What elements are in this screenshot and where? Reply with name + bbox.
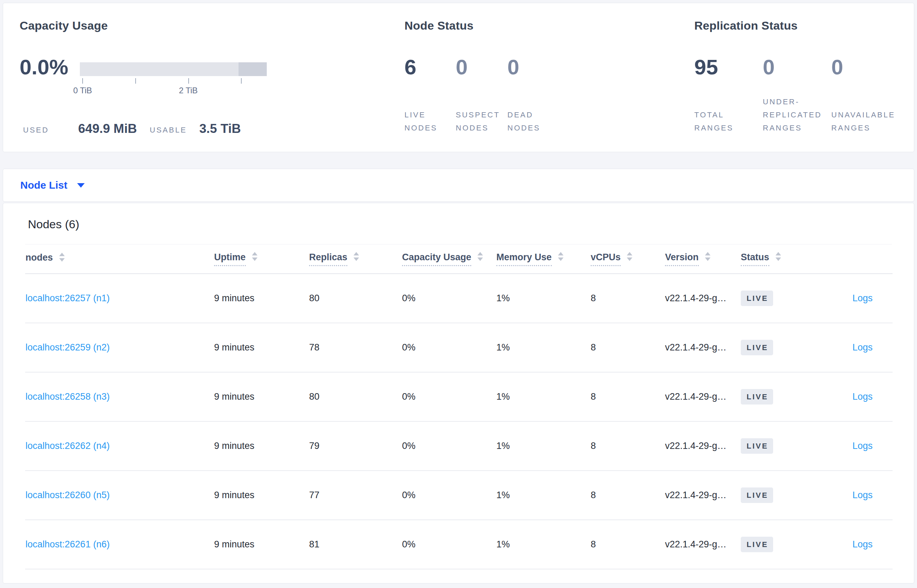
capacity-cell: 0% bbox=[402, 520, 496, 569]
uptime-cell: 9 minutes bbox=[214, 520, 309, 569]
version-cell: v22.1.4-29-g… bbox=[665, 274, 740, 323]
usable-label: USABLE bbox=[150, 126, 187, 135]
header-logs bbox=[813, 244, 893, 274]
capacity-bar-dark-segment bbox=[239, 62, 267, 76]
node-list-dropdown-label: Node List bbox=[20, 179, 68, 191]
unavailable-label: UNAVAILABLE RANGES bbox=[831, 108, 905, 135]
node-link[interactable]: localhost:26259 (n2) bbox=[26, 342, 110, 352]
replicas-cell: 80 bbox=[309, 274, 402, 323]
replicas-cell: 79 bbox=[309, 422, 402, 471]
vcpus-cell: 8 bbox=[590, 471, 665, 520]
memory-cell: 1% bbox=[496, 274, 590, 323]
table-row: localhost:26259 (n2) 9 minutes 78 0% 1% … bbox=[25, 323, 893, 372]
node-link[interactable]: localhost:26261 (n6) bbox=[26, 539, 110, 549]
logs-link[interactable]: Logs bbox=[852, 539, 873, 549]
nodes-table-title: Nodes (6) bbox=[25, 203, 892, 244]
live-nodes-count: 6 bbox=[404, 55, 416, 79]
header-uptime[interactable]: Uptime bbox=[214, 244, 309, 274]
capacity-usage-title: Capacity Usage bbox=[19, 19, 108, 32]
replicas-cell: 77 bbox=[309, 471, 402, 520]
header-vcpus[interactable]: vCPUs bbox=[590, 244, 665, 274]
node-link[interactable]: localhost:26260 (n5) bbox=[26, 490, 110, 500]
sort-arrows-icon bbox=[705, 252, 710, 261]
uptime-cell: 9 minutes bbox=[214, 372, 309, 422]
header-replicas[interactable]: Replicas bbox=[309, 244, 402, 274]
node-link[interactable]: localhost:26258 (n3) bbox=[26, 391, 110, 402]
header-capacity-usage[interactable]: Capacity Usage bbox=[402, 244, 496, 274]
version-cell: v22.1.4-29-g… bbox=[665, 471, 740, 520]
total-ranges-count: 95 bbox=[694, 55, 718, 79]
table-row: localhost:26260 (n5) 9 minutes 77 0% 1% … bbox=[25, 471, 893, 520]
under-replicated-count: 0 bbox=[763, 55, 775, 79]
version-cell: v22.1.4-29-g… bbox=[665, 323, 740, 372]
status-badge: LIVE bbox=[741, 438, 773, 454]
dead-nodes-label: DEAD NODES bbox=[507, 108, 555, 135]
axis-tick bbox=[135, 78, 136, 84]
sort-arrows-icon bbox=[558, 252, 563, 261]
logs-link[interactable]: Logs bbox=[852, 441, 873, 451]
memory-cell: 1% bbox=[496, 520, 590, 569]
status-badge: LIVE bbox=[741, 291, 773, 306]
suspect-nodes-count: 0 bbox=[456, 55, 467, 79]
capacity-cell: 0% bbox=[402, 372, 496, 422]
replicas-cell: 78 bbox=[309, 323, 402, 372]
table-row: localhost:26258 (n3) 9 minutes 80 0% 1% … bbox=[25, 372, 893, 422]
capacity-cell: 0% bbox=[402, 471, 496, 520]
table-row: localhost:26261 (n6) 9 minutes 81 0% 1% … bbox=[25, 520, 893, 569]
uptime-cell: 9 minutes bbox=[214, 422, 309, 471]
logs-link[interactable]: Logs bbox=[852, 293, 873, 303]
capacity-cell: 0% bbox=[402, 422, 496, 471]
used-value: 649.9 MiB bbox=[78, 121, 137, 136]
live-nodes-label: LIVE NODES bbox=[404, 108, 453, 135]
node-list-dropdown[interactable]: Node List bbox=[20, 169, 85, 201]
status-badge: LIVE bbox=[741, 389, 773, 404]
cluster-overview-card: Capacity Usage 0.0% 0 TiB 2 TiB USED 649… bbox=[3, 3, 914, 152]
header-version[interactable]: Version bbox=[665, 244, 740, 274]
capacity-cell: 0% bbox=[402, 274, 496, 323]
logs-link[interactable]: Logs bbox=[852, 342, 873, 352]
suspect-nodes-label: SUSPECT NODES bbox=[456, 108, 506, 135]
chevron-down-icon bbox=[77, 183, 85, 187]
memory-cell: 1% bbox=[496, 422, 590, 471]
header-memory-use[interactable]: Memory Use bbox=[496, 244, 590, 274]
logs-link[interactable]: Logs bbox=[852, 490, 873, 500]
sort-arrows-icon bbox=[354, 252, 359, 261]
logs-link[interactable]: Logs bbox=[852, 391, 873, 402]
node-link[interactable]: localhost:26262 (n4) bbox=[26, 441, 110, 451]
version-cell: v22.1.4-29-g… bbox=[665, 422, 740, 471]
axis-tick bbox=[188, 78, 189, 84]
nodes-table-card: Nodes (6) nodes Uptime Replicas Capacity… bbox=[3, 203, 914, 583]
vcpus-cell: 8 bbox=[590, 422, 665, 471]
sort-arrows-icon bbox=[59, 253, 65, 262]
axis-tick-label: 0 TiB bbox=[62, 86, 103, 95]
axis-tick bbox=[82, 78, 83, 84]
sort-arrows-icon bbox=[775, 252, 781, 261]
used-label: USED bbox=[23, 126, 49, 135]
uptime-cell: 9 minutes bbox=[214, 323, 309, 372]
total-ranges-label: TOTAL RANGES bbox=[694, 108, 746, 135]
status-badge: LIVE bbox=[741, 340, 773, 355]
nodes-table: nodes Uptime Replicas Capacity Usage Mem… bbox=[25, 244, 893, 569]
node-link[interactable]: localhost:26257 (n1) bbox=[26, 293, 110, 303]
table-row: localhost:26262 (n4) 9 minutes 79 0% 1% … bbox=[25, 422, 893, 471]
memory-cell: 1% bbox=[496, 372, 590, 422]
axis-tick bbox=[241, 78, 242, 84]
uptime-cell: 9 minutes bbox=[214, 471, 309, 520]
node-status-title: Node Status bbox=[404, 19, 474, 32]
sort-arrows-icon bbox=[478, 252, 483, 261]
status-badge: LIVE bbox=[741, 537, 773, 552]
status-badge: LIVE bbox=[741, 488, 773, 503]
vcpus-cell: 8 bbox=[590, 323, 665, 372]
header-status[interactable]: Status bbox=[740, 244, 813, 274]
sort-arrows-icon bbox=[627, 252, 632, 261]
table-header-row: nodes Uptime Replicas Capacity Usage Mem… bbox=[25, 244, 893, 274]
view-selector-bar: Node List bbox=[3, 169, 914, 202]
usable-value: 3.5 TiB bbox=[199, 121, 241, 136]
memory-cell: 1% bbox=[496, 323, 590, 372]
sort-arrows-icon bbox=[252, 252, 257, 261]
vcpus-cell: 8 bbox=[590, 372, 665, 422]
header-nodes[interactable]: nodes bbox=[25, 244, 214, 274]
capacity-used-percent: 0.0% bbox=[19, 55, 68, 79]
dead-nodes-count: 0 bbox=[507, 55, 519, 79]
version-cell: v22.1.4-29-g… bbox=[665, 372, 740, 422]
